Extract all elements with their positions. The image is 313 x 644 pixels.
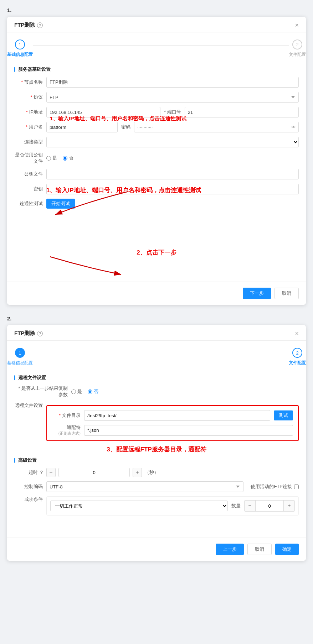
d2-step1-circle: 1 bbox=[15, 348, 25, 358]
cancel-button2[interactable]: 取消 bbox=[247, 544, 272, 555]
node-name-label: 节点名称 bbox=[14, 79, 46, 85]
dialog2-close-icon[interactable]: × bbox=[295, 330, 299, 337]
wildcard-hint: (正则表达式) bbox=[52, 431, 81, 436]
step2-circle: 2 bbox=[292, 40, 302, 49]
password-label: 密码 bbox=[121, 124, 130, 130]
protocol-select[interactable]: FTP bbox=[46, 92, 299, 103]
file-dir-input[interactable] bbox=[84, 410, 270, 421]
active-ftp-row: 使用活动的FTP连接 bbox=[251, 483, 299, 490]
remote-file-config-label: 远程文件设置 bbox=[14, 402, 46, 409]
timeout-decrease-btn[interactable]: − bbox=[46, 468, 56, 477]
copy-no-label: 否 bbox=[94, 388, 98, 395]
copy-param-label: * 是否从上一步结果复制参数 bbox=[14, 385, 71, 398]
password-input[interactable] bbox=[134, 122, 299, 132]
dialog1: FTP删除 ? × 1 基础信息配置 2 文件配置 服务器基础设置 节点名称 协… bbox=[7, 17, 306, 305]
active-ftp-label: 使用活动的FTP连接 bbox=[251, 483, 292, 490]
annotation3-text: 3、配置远程FTP服务器目录，通配符 bbox=[107, 445, 206, 454]
dialog2: FTP删除 ? × 1 基础信息配置 2 文件配置 远程文件设置 * 是否从上一… bbox=[7, 325, 306, 561]
encoding-select[interactable]: UTF-8 bbox=[46, 481, 243, 492]
server-section-title: 服务器基础设置 bbox=[18, 66, 51, 73]
copy-yes[interactable]: 是 bbox=[71, 388, 82, 395]
copy-no[interactable]: 否 bbox=[88, 388, 98, 395]
protocol-label: 协议 bbox=[14, 94, 46, 100]
copy-param-radio: 是 否 bbox=[71, 388, 98, 395]
node-name-input[interactable] bbox=[46, 77, 299, 88]
conn-type-label: 连接类型 bbox=[14, 139, 46, 145]
file-dir-label: 文件目录 bbox=[52, 412, 81, 419]
prev-button[interactable]: 上一步 bbox=[216, 544, 244, 555]
username-input[interactable] bbox=[46, 122, 118, 132]
step2-label: 2. bbox=[7, 315, 306, 321]
pubkey-file-label: 公钥文件 bbox=[14, 171, 46, 177]
dialog2-title: FTP删除 bbox=[14, 330, 35, 337]
step1-circle: 1 bbox=[15, 40, 25, 49]
pubkey-file-input[interactable] bbox=[46, 169, 299, 179]
file-test-button[interactable]: 测试 bbox=[274, 410, 293, 420]
timeout-increase-btn[interactable]: + bbox=[133, 468, 142, 477]
username-label: 用户名 bbox=[14, 124, 46, 130]
dialog1-close-icon[interactable]: × bbox=[295, 22, 299, 28]
encoding-label: 控制编码 bbox=[14, 483, 46, 490]
eye-icon[interactable]: 👁 bbox=[291, 125, 296, 130]
annotation2-text: 2、点击下一步 bbox=[137, 248, 176, 257]
timeout-unit: （秒） bbox=[145, 469, 159, 476]
d2-step2-circle: 2 bbox=[292, 348, 302, 358]
pubkey-label: 是否使用公钥文件 bbox=[14, 152, 46, 164]
quantity-label: 数量 bbox=[231, 503, 241, 509]
copy-yes-label: 是 bbox=[77, 388, 82, 395]
qty-input[interactable] bbox=[255, 501, 284, 511]
step2-name: 文件配置 bbox=[289, 52, 306, 58]
dialog1-title: FTP删除 bbox=[14, 22, 35, 28]
timeout-input[interactable] bbox=[58, 468, 130, 477]
step1-label: 1. bbox=[7, 7, 306, 13]
d2-step2-name: 文件配置 bbox=[289, 360, 306, 366]
annotation1-text: 1、输入IP地址、端口号、用户名和密码，点击连通性测试 bbox=[50, 115, 186, 122]
success-condition-select[interactable]: 一切工作正常 bbox=[50, 501, 228, 511]
qty-increase-btn[interactable]: + bbox=[284, 501, 294, 511]
step1-name: 基础信息配置 bbox=[7, 52, 33, 58]
dialog2-help-icon[interactable]: ? bbox=[37, 331, 43, 336]
timeout-label: 超时 ? bbox=[14, 469, 46, 476]
dialog1-help-icon[interactable]: ? bbox=[37, 22, 43, 28]
pubkey-yes-label: 是 bbox=[52, 155, 57, 161]
wildcard-label-wrap: 通配符 (正则表达式) bbox=[52, 424, 81, 436]
remote-section-title: 远程文件设置 bbox=[18, 375, 46, 381]
port-label: * 端口号 bbox=[164, 109, 181, 115]
confirm-button[interactable]: 确定 bbox=[275, 544, 299, 555]
pubkey-yes[interactable]: 是 bbox=[46, 155, 57, 161]
wildcard-label: 通配符 bbox=[52, 424, 81, 431]
next-button[interactable]: 下一步 bbox=[243, 288, 271, 299]
advanced-section-title: 高级设置 bbox=[18, 457, 37, 464]
active-ftp-checkbox[interactable] bbox=[294, 485, 299, 489]
port-input[interactable] bbox=[185, 107, 299, 117]
conn-type-select[interactable] bbox=[46, 137, 299, 147]
success-label: 成功条件 bbox=[14, 496, 46, 503]
pubkey-no[interactable]: 否 bbox=[63, 155, 73, 161]
pubkey-radio-group: 是 否 bbox=[46, 155, 73, 161]
arrow2-svg bbox=[50, 257, 193, 278]
pubkey-no-label: 否 bbox=[69, 155, 73, 161]
wildcard-input[interactable] bbox=[84, 425, 293, 436]
cancel-button1[interactable]: 取消 bbox=[274, 288, 299, 299]
qty-decrease-btn[interactable]: − bbox=[245, 501, 255, 511]
annotation1-text: 1、输入IP地址、端口号、用户名和密码，点击连通性测试 bbox=[46, 186, 201, 194]
timeout-help-icon[interactable]: ? bbox=[40, 470, 43, 475]
d2-step1-name: 基础信息配置 bbox=[7, 360, 33, 366]
ip-label: IP地址 bbox=[14, 109, 46, 115]
